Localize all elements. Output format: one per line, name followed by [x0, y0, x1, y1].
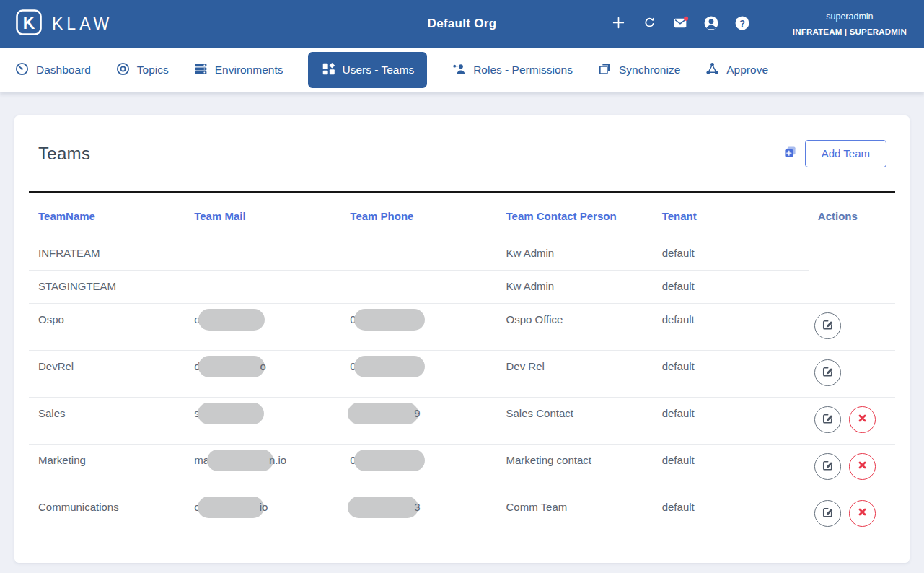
col-header-actions: Actions — [809, 192, 895, 237]
contact-person-cell: Marketing contact — [497, 444, 653, 491]
team-name-cell: INFRATEAM — [29, 237, 185, 270]
topics-icon — [115, 61, 131, 79]
dashboard-icon — [14, 61, 30, 79]
team-phone-cell: 3 — [340, 491, 496, 538]
redacted-phone-pill — [354, 450, 425, 471]
tab-label: Roles - Permissions — [473, 64, 573, 76]
delete-team-button[interactable] — [849, 406, 876, 433]
team-phone-cell — [340, 270, 496, 303]
table-row: STAGINGTEAM Kw Admin default — [29, 270, 895, 303]
tab-synchronize[interactable]: Synchronize — [597, 52, 680, 88]
team-phone-cell: 0 — [340, 444, 496, 491]
svg-text:?: ? — [739, 18, 745, 28]
delete-team-button[interactable] — [849, 500, 876, 527]
redacted-mail-pill — [207, 450, 273, 471]
edit-team-button[interactable] — [814, 312, 841, 339]
page-title: Teams — [38, 144, 90, 164]
app-logo[interactable]: K KLAW — [14, 8, 113, 40]
add-team-button[interactable]: Add Team — [805, 140, 886, 167]
edit-team-button[interactable] — [814, 406, 841, 433]
edit-team-button[interactable] — [814, 453, 841, 480]
klaw-logo-icon: K — [14, 8, 43, 40]
approve-icon — [705, 61, 720, 79]
team-name-cell: Marketing — [29, 444, 185, 491]
team-mail-cell: man.io — [185, 444, 340, 491]
edit-team-button[interactable] — [814, 359, 841, 386]
help-icon: ? — [734, 15, 750, 33]
col-header-teamname[interactable]: TeamName — [29, 192, 185, 237]
col-header-team-mail[interactable]: Team Mail — [185, 192, 340, 237]
account-button[interactable] — [696, 9, 727, 38]
delete-x-icon — [858, 507, 867, 519]
tab-roles-permissions[interactable]: Roles - Permissions — [452, 52, 573, 88]
mail-suffix: o — [260, 360, 266, 372]
tab-approve[interactable]: Approve — [705, 52, 768, 88]
team-name-cell: Ospo — [29, 303, 185, 350]
main-content: Teams Add Team TeamName Team Mail Team P… — [0, 92, 924, 573]
app-header: K KLAW Default Org — [0, 0, 924, 48]
tenant-cell: default — [653, 303, 809, 350]
contact-person-cell: Ospo Office — [497, 303, 653, 350]
team-phone-cell: 0 — [340, 350, 496, 397]
teams-table: TeamName Team Mail Team Phone Team Conta… — [29, 191, 895, 538]
tab-environments[interactable]: Environments — [193, 52, 283, 88]
team-mail-cell: s — [185, 397, 340, 444]
notifications-button[interactable] — [665, 9, 696, 38]
edit-icon — [822, 365, 834, 380]
synchronize-icon — [597, 61, 612, 79]
table-header-row: TeamName Team Mail Team Phone Team Conta… — [29, 192, 895, 237]
delete-x-icon — [858, 414, 867, 425]
svg-text:K: K — [23, 14, 35, 32]
username: superadmin — [793, 12, 907, 22]
edit-icon — [822, 459, 834, 473]
teams-table-body: INFRATEAM Kw Admin default — [29, 237, 895, 538]
team-mail-cell: cio — [185, 491, 340, 538]
col-header-tenant[interactable]: Tenant — [653, 192, 809, 237]
table-row: DevRel do 0 Dev Rel default — [29, 350, 895, 397]
contact-person-cell: Comm Team — [497, 491, 653, 538]
primary-nav: Dashboard Topics Environments — [0, 48, 924, 92]
tenant-cell: default — [653, 270, 809, 303]
mail-suffix: io — [260, 501, 268, 513]
library-add-icon[interactable] — [784, 146, 796, 161]
team-name-cell: Sales — [29, 397, 185, 444]
tab-label: Users - Teams — [343, 64, 415, 76]
team-name-cell: STAGINGTEAM — [29, 270, 185, 303]
tenant-cell: default — [653, 444, 809, 491]
contact-person-cell: Kw Admin — [497, 270, 653, 303]
edit-icon — [822, 318, 834, 333]
add-button[interactable] — [603, 9, 634, 38]
tab-topics[interactable]: Topics — [115, 52, 169, 88]
teams-card: Teams Add Team TeamName Team Mail Team P… — [14, 115, 910, 563]
tab-label: Approve — [726, 64, 768, 76]
table-row: Communications cio 3 Comm Team default — [29, 491, 895, 538]
team-name-cell: Communications — [29, 491, 185, 538]
redacted-mail-pill — [198, 356, 265, 377]
tab-label: Topics — [137, 64, 169, 76]
table-row: Sales s 9 Sales Contact default — [29, 397, 895, 444]
contact-person-cell: Sales Contact — [497, 397, 653, 444]
redacted-phone-pill — [354, 356, 425, 377]
delete-team-button[interactable] — [849, 453, 876, 480]
edit-team-button[interactable] — [814, 500, 841, 527]
actions-cell — [809, 270, 895, 303]
phone-suffix: 3 — [414, 501, 420, 513]
help-button[interactable]: ? — [727, 9, 758, 38]
team-name-cell: DevRel — [29, 350, 185, 397]
tab-label: Synchronize — [619, 64, 680, 76]
tab-users-teams[interactable]: Users - Teams — [308, 52, 428, 88]
mail-icon — [672, 15, 689, 32]
tab-dashboard[interactable]: Dashboard — [14, 52, 91, 88]
actions-cell — [809, 444, 895, 491]
mail-suffix: n.io — [269, 454, 286, 466]
redacted-phone-pill — [348, 497, 418, 518]
col-header-contact-person[interactable]: Team Contact Person — [497, 192, 653, 237]
col-header-team-phone[interactable]: Team Phone — [340, 192, 496, 237]
logo-text: KLAW — [52, 14, 113, 34]
delete-x-icon — [858, 460, 867, 472]
user-role: INFRATEAM | SUPERADMIN — [793, 27, 907, 36]
contact-person-cell: Kw Admin — [497, 237, 653, 270]
environments-icon — [193, 61, 208, 79]
refresh-button[interactable] — [634, 9, 665, 38]
users-teams-icon — [321, 61, 336, 79]
